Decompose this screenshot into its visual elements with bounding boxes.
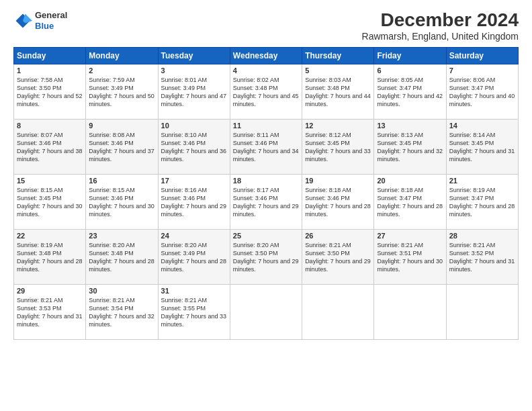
table-row: 29 Sunrise: 8:21 AM Sunset: 3:53 PM Dayl… xyxy=(14,284,86,339)
table-row: 6 Sunrise: 8:05 AM Sunset: 3:47 PM Dayli… xyxy=(374,64,446,119)
day-info: Sunrise: 8:13 AM Sunset: 3:45 PM Dayligh… xyxy=(377,131,443,164)
table-row: 24 Sunrise: 8:20 AM Sunset: 3:49 PM Dayl… xyxy=(158,229,230,284)
table-row: 23 Sunrise: 8:20 AM Sunset: 3:48 PM Dayl… xyxy=(86,229,158,284)
day-number: 28 xyxy=(449,232,515,240)
day-info: Sunrise: 8:19 AM Sunset: 3:47 PM Dayligh… xyxy=(449,186,515,219)
day-number: 1 xyxy=(17,66,83,75)
day-info: Sunrise: 8:02 AM Sunset: 3:48 PM Dayligh… xyxy=(233,76,299,109)
day-number: 26 xyxy=(305,232,371,240)
day-info: Sunrise: 8:21 AM Sunset: 3:50 PM Dayligh… xyxy=(305,241,371,274)
day-number: 21 xyxy=(449,177,515,185)
table-row: 9 Sunrise: 8:08 AM Sunset: 3:46 PM Dayli… xyxy=(86,119,158,174)
day-info: Sunrise: 8:10 AM Sunset: 3:46 PM Dayligh… xyxy=(161,131,227,164)
table-row: 7 Sunrise: 8:06 AM Sunset: 3:47 PM Dayli… xyxy=(446,64,518,119)
table-row: 19 Sunrise: 8:18 AM Sunset: 3:46 PM Dayl… xyxy=(302,174,374,229)
calendar-table: Sunday Monday Tuesday Wednesday Thursday… xyxy=(13,47,519,340)
day-number: 19 xyxy=(305,177,371,185)
day-info: Sunrise: 8:15 AM Sunset: 3:45 PM Dayligh… xyxy=(17,186,83,219)
day-number: 10 xyxy=(161,122,227,130)
day-number: 23 xyxy=(89,232,154,240)
table-row xyxy=(302,284,374,339)
day-number: 14 xyxy=(449,122,515,130)
day-number: 3 xyxy=(161,66,227,75)
logo-text: General Blue xyxy=(35,10,67,31)
day-info: Sunrise: 8:21 AM Sunset: 3:52 PM Dayligh… xyxy=(449,241,515,274)
table-row: 30 Sunrise: 8:21 AM Sunset: 3:54 PM Dayl… xyxy=(86,284,158,339)
header: General Blue December 2024 Rawmarsh, Eng… xyxy=(13,10,519,42)
day-info: Sunrise: 8:18 AM Sunset: 3:47 PM Dayligh… xyxy=(377,186,443,219)
table-row: 8 Sunrise: 8:07 AM Sunset: 3:46 PM Dayli… xyxy=(14,119,86,174)
subtitle: Rawmarsh, England, United Kingdom xyxy=(362,31,519,42)
day-info: Sunrise: 8:21 AM Sunset: 3:55 PM Dayligh… xyxy=(161,296,227,329)
table-row xyxy=(374,284,446,339)
day-info: Sunrise: 8:17 AM Sunset: 3:46 PM Dayligh… xyxy=(233,186,299,219)
day-info: Sunrise: 8:21 AM Sunset: 3:51 PM Dayligh… xyxy=(377,241,443,274)
day-info: Sunrise: 8:20 AM Sunset: 3:50 PM Dayligh… xyxy=(233,241,299,274)
header-saturday: Saturday xyxy=(446,47,518,64)
day-info: Sunrise: 8:03 AM Sunset: 3:48 PM Dayligh… xyxy=(305,76,371,109)
day-number: 9 xyxy=(89,122,154,130)
header-wednesday: Wednesday xyxy=(230,47,302,64)
table-row: 15 Sunrise: 8:15 AM Sunset: 3:45 PM Dayl… xyxy=(14,174,86,229)
day-number: 29 xyxy=(17,287,83,295)
table-row: 18 Sunrise: 8:17 AM Sunset: 3:46 PM Dayl… xyxy=(230,174,302,229)
day-info: Sunrise: 8:18 AM Sunset: 3:46 PM Dayligh… xyxy=(305,186,371,219)
table-row: 28 Sunrise: 8:21 AM Sunset: 3:52 PM Dayl… xyxy=(446,229,518,284)
day-info: Sunrise: 8:01 AM Sunset: 3:49 PM Dayligh… xyxy=(161,76,227,109)
day-number: 2 xyxy=(89,66,154,75)
day-info: Sunrise: 8:16 AM Sunset: 3:46 PM Dayligh… xyxy=(161,186,227,219)
day-number: 22 xyxy=(17,232,83,240)
day-info: Sunrise: 8:12 AM Sunset: 3:45 PM Dayligh… xyxy=(305,131,371,164)
table-row: 3 Sunrise: 8:01 AM Sunset: 3:49 PM Dayli… xyxy=(158,64,230,119)
day-info: Sunrise: 8:06 AM Sunset: 3:47 PM Dayligh… xyxy=(449,76,515,109)
day-number: 31 xyxy=(161,287,227,295)
day-info: Sunrise: 8:08 AM Sunset: 3:46 PM Dayligh… xyxy=(89,131,154,164)
header-sunday: Sunday xyxy=(14,47,86,64)
page: General Blue December 2024 Rawmarsh, Eng… xyxy=(0,0,532,411)
week-row-2: 8 Sunrise: 8:07 AM Sunset: 3:46 PM Dayli… xyxy=(14,119,519,174)
table-row: 25 Sunrise: 8:20 AM Sunset: 3:50 PM Dayl… xyxy=(230,229,302,284)
day-number: 8 xyxy=(17,122,83,130)
title-section: December 2024 Rawmarsh, England, United … xyxy=(362,10,519,42)
table-row: 1 Sunrise: 7:58 AM Sunset: 3:50 PM Dayli… xyxy=(14,64,86,119)
day-info: Sunrise: 7:59 AM Sunset: 3:49 PM Dayligh… xyxy=(89,76,154,109)
day-info: Sunrise: 8:14 AM Sunset: 3:45 PM Dayligh… xyxy=(449,131,515,164)
week-row-1: 1 Sunrise: 7:58 AM Sunset: 3:50 PM Dayli… xyxy=(14,64,519,119)
header-friday: Friday xyxy=(374,47,446,64)
table-row: 13 Sunrise: 8:13 AM Sunset: 3:45 PM Dayl… xyxy=(374,119,446,174)
day-number: 17 xyxy=(161,177,227,185)
table-row: 2 Sunrise: 7:59 AM Sunset: 3:49 PM Dayli… xyxy=(86,64,158,119)
header-thursday: Thursday xyxy=(302,47,374,64)
table-row: 27 Sunrise: 8:21 AM Sunset: 3:51 PM Dayl… xyxy=(374,229,446,284)
day-number: 30 xyxy=(89,287,154,295)
week-row-4: 22 Sunrise: 8:19 AM Sunset: 3:48 PM Dayl… xyxy=(14,229,519,284)
day-info: Sunrise: 8:21 AM Sunset: 3:53 PM Dayligh… xyxy=(17,296,83,329)
day-number: 13 xyxy=(377,122,443,130)
table-row: 26 Sunrise: 8:21 AM Sunset: 3:50 PM Dayl… xyxy=(302,229,374,284)
day-number: 4 xyxy=(233,66,299,75)
day-number: 27 xyxy=(377,232,443,240)
day-info: Sunrise: 8:19 AM Sunset: 3:48 PM Dayligh… xyxy=(17,241,83,274)
day-number: 15 xyxy=(17,177,83,185)
table-row: 12 Sunrise: 8:12 AM Sunset: 3:45 PM Dayl… xyxy=(302,119,374,174)
logo: General Blue xyxy=(13,10,67,31)
table-row: 31 Sunrise: 8:21 AM Sunset: 3:55 PM Dayl… xyxy=(158,284,230,339)
day-number: 18 xyxy=(233,177,299,185)
week-row-3: 15 Sunrise: 8:15 AM Sunset: 3:45 PM Dayl… xyxy=(14,174,519,229)
day-info: Sunrise: 8:05 AM Sunset: 3:47 PM Dayligh… xyxy=(377,76,443,109)
table-row: 4 Sunrise: 8:02 AM Sunset: 3:48 PM Dayli… xyxy=(230,64,302,119)
day-number: 25 xyxy=(233,232,299,240)
day-info: Sunrise: 8:11 AM Sunset: 3:46 PM Dayligh… xyxy=(233,131,299,164)
day-number: 20 xyxy=(377,177,443,185)
table-row: 5 Sunrise: 8:03 AM Sunset: 3:48 PM Dayli… xyxy=(302,64,374,119)
day-number: 5 xyxy=(305,66,371,75)
day-number: 16 xyxy=(89,177,154,185)
day-number: 24 xyxy=(161,232,227,240)
main-title: December 2024 xyxy=(362,10,519,31)
logo-line1: General xyxy=(35,10,67,21)
day-number: 12 xyxy=(305,122,371,130)
day-info: Sunrise: 7:58 AM Sunset: 3:50 PM Dayligh… xyxy=(17,76,83,109)
day-info: Sunrise: 8:15 AM Sunset: 3:46 PM Dayligh… xyxy=(89,186,154,219)
table-row: 17 Sunrise: 8:16 AM Sunset: 3:46 PM Dayl… xyxy=(158,174,230,229)
table-row: 10 Sunrise: 8:10 AM Sunset: 3:46 PM Dayl… xyxy=(158,119,230,174)
